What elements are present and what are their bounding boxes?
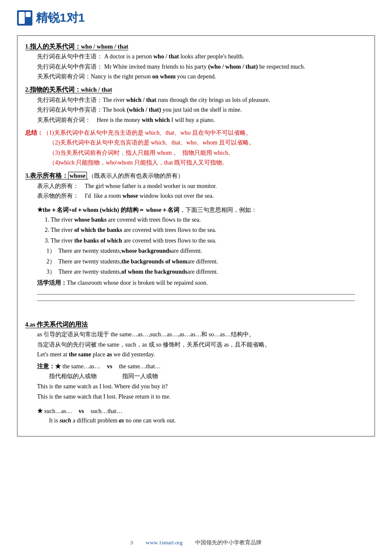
cjk-text-3b: are different. [187,267,218,277]
s3-person-prefix: 表示人的所有： The girl whose father is a model… [37,183,217,189]
footer: 3 www.1smart.org 中国领先的中小学教育品牌 [0,538,392,547]
s4-note: 注意：★ the same…as… vs the same…that… [25,362,367,371]
li3-text2: are covered with trees flows to the sea. [122,237,216,244]
such-vs2: such…that… [91,408,123,414]
s2-prefix3: 关系代词前有介词： Here is the money [37,117,142,123]
section-3-title: 3.表示所有格：whose [25,172,88,179]
cjk-bold-2: the backgrounds of whom [121,257,187,266]
s2-prefix2: 先行词在从句中作宾语：The book [37,107,127,113]
section-4-title: 4.as 作关系代词的用法 [25,321,88,328]
s4-note-label: 注意：★ [37,363,61,370]
s1-text2b: he respected much. [258,64,305,70]
list-item-1: The river whose banks are covered with t… [51,215,367,225]
s4-intro3-text3: we did yesterday. [112,351,155,358]
svg-rect-1 [19,12,25,24]
section-1-line2: 先行词在从句中作宾语： Mr White invited many friend… [37,62,367,72]
section-4: 4.as 作关系代词的用法 as 引导的定语从句常出现于 the same…as… [25,320,367,426]
list-item-3: The river the banks of which are covered… [51,236,367,246]
s4-intro2: 当定语从句的先行词被 the same，such，as 或 so 修饰时，关系代… [37,340,367,350]
s1-bold3: on whom [152,73,176,80]
cjk-num-2: 2） [46,257,58,266]
li1-bold: whose banks [74,217,107,223]
li3-text: The river [51,237,74,244]
cjk-item-2: 2） There are twenty students, the backgr… [46,257,367,266]
s4-sub1: 指代相似的人或物 [49,372,97,381]
s1-text3b: you can depend. [176,73,216,80]
cjk-item-1: 1） There are twenty students, whose back… [46,246,367,256]
cjk-num-1: 1） [46,246,58,256]
s2-bold3: with which [142,117,170,123]
section-3-thing: 表示物的所有： I'd like a room whose window loo… [37,191,367,201]
summary-label: 总结： [25,130,43,136]
s4-ex1: This is the same watch as I lost. Where … [37,382,367,391]
divider-1 [37,294,355,295]
section-2-line1: 先行词在从句中作主语：The river which / that runs t… [37,95,367,105]
cjk-text-2b: are different. [187,257,218,266]
s3-thing-text2: window looks out over the sea. [138,193,214,199]
such-star: ★ [37,408,44,414]
section-2-line2: 先行词在从句中作宾语：The book (which / that) you j… [37,105,367,115]
section-3-title-line: 3.表示所有格：whose （既表示人的所有也表示物的所有） [25,171,367,181]
s4-note-vs1: the same…as… [63,363,101,370]
cjk-bold-3: of whom the backgrounds [121,267,187,277]
summary-block: 总结：（1)关系代词中在从句中充当主语的是 which、that、who 且在句… [25,128,367,168]
such-ex-italic2: as [119,417,124,424]
s2-prefix1: 先行词在从句中作主语：The river [37,97,126,103]
section-2-title: 2.指物的关系代词：which / that [25,86,112,93]
cjk-text-1: There are twenty students, [58,246,121,256]
s4-vs-label: vs [107,363,112,370]
s4-intro3-bold2: as [107,351,112,358]
s1-prefix2: 先行词在从句中作宾语： [37,64,103,70]
s3-whose2: whose [122,193,138,199]
li3-bold: the banks of which [74,237,122,244]
such-vs1: such…as… [44,408,72,414]
footer-brand: 中国领先的中小学教育品牌 [195,538,262,547]
section-3: 3.表示所有格：whose （既表示人的所有也表示物的所有） 表示人的所有： T… [25,171,367,288]
huo-text: The classroom whose door is broken will … [67,280,208,286]
such-line: ★ such…as… vs such…that… [37,406,367,416]
s4-vs-sub: 指代相似的人或物 指同一人或物 [49,372,367,381]
li2-text2: are covered with trees flows to the sea. [122,227,216,233]
section-1-line1: 先行词在从句中作主语： A doctor is a person who / t… [37,52,367,61]
such-ex-mid: a difficult problem [71,417,119,424]
s3-star-text: the＋名词+of＋whom (which) 的结构＝ whose＋名词 [43,207,179,213]
cjk-num-3: 3） [46,267,58,277]
s2-text2b: you just laid on the shelf is mine. [161,107,242,113]
s1-prefix1: 先行词在从句中作主语： [37,53,103,60]
logo-icon [17,10,32,26]
cjk-bold-1: whose backgrounds [121,246,172,256]
s3-thing-prefix: 表示物的所有： I'd like a room [37,193,122,199]
li1-text: The river [51,217,74,223]
cjk-text-2: There are twenty students, [58,257,121,266]
such-ex-italic1: such [60,417,71,424]
numbered-list: The river whose banks are covered with t… [51,215,367,246]
s1-text2: Mr White invited many friends to his par… [104,64,208,70]
section-1-line3: 关系代词前有介词：Nancy is the right person on wh… [37,72,367,81]
logo-text: 精锐1对1 [36,9,85,28]
section-3-person: 表示人的所有： The girl whose father is a model… [37,182,367,191]
section-1-title-line: 1.指人的关系代词：who / whom / that [25,42,367,52]
such-ex-end: no one can work out. [124,417,176,424]
li2-bold: of which the banks [74,227,122,233]
s1-bold1: who / that [153,53,179,60]
summary-title: 总结：（1)关系代词中在从句中充当主语的是 which、that、who 且在句… [25,128,367,138]
section-3-whose: whose [68,172,87,179]
divider-2 [37,301,355,301]
such-vs-label: vs [79,408,84,414]
s4-intro3-bold1: the same [69,351,91,358]
s4-sub2: 指同一人或物 [122,372,158,381]
cjk-item-3: 3） There are twenty students, of whom th… [46,267,367,277]
li2-text: The river [51,227,74,233]
such-ex: It is such a difficult problem as no one… [49,416,367,425]
summary-item3: （3)当关系代词前有介词时，指人只能用 whom， 指物只能用 which。 [49,148,367,158]
s4-intro3-text2: place [91,351,107,358]
s4-intro3: Let's meet at the same place as we did y… [37,350,367,359]
summary-item4: （4)which 只能指物，who\whom 只能指人，that 既可指人又可指… [49,158,367,168]
s4-note-vs2: the same…that… [119,363,161,370]
spacer [25,304,367,316]
main-content-box: 1.指人的关系代词：who / whom / that 先行词在从句中作主语： … [17,35,375,436]
s1-prefix3: 关系代词前有介词：Nancy is the right person [37,73,152,80]
svg-rect-2 [26,12,31,17]
s1-bold2: (who / whom / that) [208,64,258,70]
section-4-title-line: 4.as 作关系代词的用法 [25,320,367,330]
